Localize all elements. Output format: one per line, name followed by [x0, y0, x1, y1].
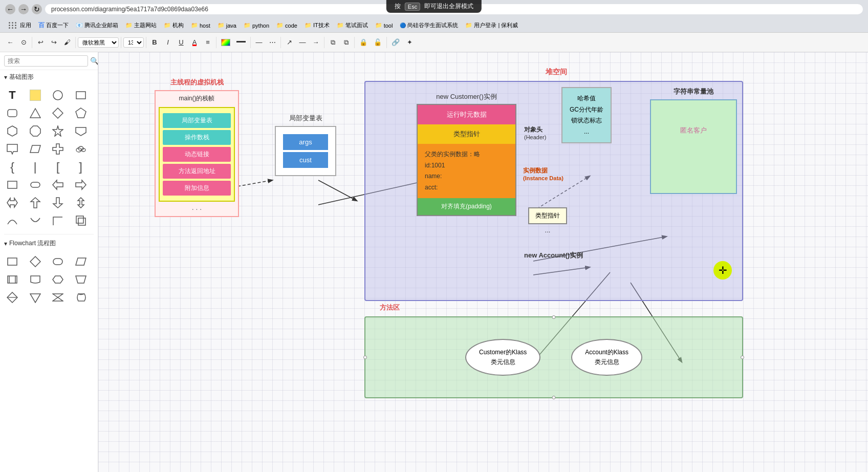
- stroke-color-button[interactable]: [234, 39, 248, 45]
- shape-arrow-up[interactable]: [27, 195, 44, 211]
- align-button[interactable]: ≡: [202, 37, 214, 48]
- fc-prep[interactable]: [50, 271, 66, 288]
- waypoint-button[interactable]: ↗: [283, 37, 295, 48]
- shape-arc2[interactable]: [27, 212, 44, 229]
- bookmark-it[interactable]: 📁 IT技术: [301, 20, 333, 30]
- shape-bracket-close[interactable]: [: [50, 159, 66, 175]
- refresh-button[interactable]: ↻: [32, 4, 42, 14]
- bookmark-tencent[interactable]: 📧 腾讯企业邮箱: [73, 20, 121, 30]
- shape-circle[interactable]: [50, 87, 66, 103]
- fc-data[interactable]: [73, 253, 89, 270]
- lock-button[interactable]: 🔒: [357, 37, 370, 48]
- stack-item-return[interactable]: 方法返回地址: [163, 164, 231, 179]
- shape-text[interactable]: T: [4, 87, 20, 103]
- fc-document[interactable]: [27, 271, 44, 288]
- shape-rounded-rect[interactable]: [4, 105, 20, 121]
- shape-diamond[interactable]: [50, 105, 66, 121]
- shape-arrow-updown[interactable]: [73, 195, 89, 211]
- link-button[interactable]: 🔗: [389, 37, 402, 48]
- fc-sort[interactable]: [4, 289, 20, 306]
- bookmark-org[interactable]: 📁 机构: [161, 20, 187, 30]
- bookmark-baidu[interactable]: 百 百度一下: [35, 20, 72, 31]
- bookmark-code[interactable]: 📁 code: [273, 21, 300, 30]
- copy-style-button[interactable]: ⧉: [327, 37, 339, 48]
- flowchart-section[interactable]: ▾ Flowchart 流程图: [0, 237, 98, 250]
- fc-terminal[interactable]: [50, 253, 66, 270]
- shape-triangle[interactable]: [27, 105, 44, 121]
- shape-arrow-both[interactable]: [4, 195, 20, 211]
- arrow-style-button[interactable]: —: [296, 37, 309, 48]
- shape-pentagon[interactable]: [73, 105, 89, 121]
- arrow-end-button[interactable]: →: [310, 37, 322, 48]
- fc-collate[interactable]: [50, 289, 66, 306]
- shape-cross[interactable]: [50, 141, 66, 157]
- shape-brace-open[interactable]: {: [4, 159, 20, 175]
- search-input[interactable]: [4, 55, 88, 67]
- line-style2-button[interactable]: ⋯: [266, 37, 278, 48]
- fc-merge[interactable]: [27, 289, 44, 306]
- fc-decision[interactable]: [27, 253, 44, 270]
- bookmark-python[interactable]: 📁 python: [241, 21, 272, 30]
- font-selector[interactable]: 微软雅黑: [78, 37, 119, 48]
- fc-manual[interactable]: [73, 271, 89, 288]
- move-cursor-icon[interactable]: ✛: [713, 261, 732, 280]
- shape-rect[interactable]: [73, 87, 89, 103]
- shape-brace-close[interactable]: ]: [73, 159, 89, 175]
- italic-button[interactable]: I: [162, 37, 174, 48]
- bookmark-sgg[interactable]: 🔵 尚硅谷学生面试系统: [397, 20, 461, 30]
- bookmark-theme[interactable]: 📁 主题网站: [122, 20, 160, 30]
- font-size-selector[interactable]: 13px: [123, 37, 144, 48]
- account-klass-ellipse[interactable]: Account的Klass 类元信息: [571, 339, 642, 376]
- magic-button[interactable]: ✦: [403, 37, 416, 48]
- handle-right[interactable]: [741, 356, 744, 359]
- stack-item-localvars[interactable]: 局部变量表: [163, 113, 231, 128]
- shape-corner[interactable]: [50, 212, 66, 229]
- canvas-area[interactable]: 主线程的虚拟机栈 main()的栈帧 局部变量表 操作数栈 动态链接 方法返回地…: [98, 52, 868, 472]
- shape-bracket-open[interactable]: |: [27, 159, 44, 175]
- bookmark-interview[interactable]: 📁 笔试面试: [334, 20, 371, 30]
- customer-klass-ellipse[interactable]: Customer的Klass 类元信息: [465, 339, 540, 376]
- bookmark-tool[interactable]: 📁 tool: [372, 21, 396, 30]
- unlock-button[interactable]: 🔓: [371, 37, 384, 48]
- shape-sticky[interactable]: [27, 87, 44, 103]
- stack-item-dynamic[interactable]: 动态链接: [163, 147, 231, 162]
- shape-callout[interactable]: [4, 141, 20, 157]
- handle-left[interactable]: [363, 356, 367, 359]
- shape-parallelogram[interactable]: [27, 141, 44, 157]
- shape-star[interactable]: [50, 123, 66, 139]
- back-tool-button[interactable]: ←: [4, 37, 16, 48]
- shape-stadium[interactable]: [27, 177, 44, 193]
- basic-shapes-section[interactable]: ▾ 基础图形: [0, 70, 98, 84]
- fill-color-button[interactable]: [219, 37, 233, 48]
- localvar-args[interactable]: args: [283, 134, 328, 150]
- fc-subroutine[interactable]: [4, 271, 20, 288]
- handle-bottom[interactable]: [552, 396, 556, 399]
- font-color-button[interactable]: A: [188, 37, 201, 48]
- shape-cloud[interactable]: [73, 141, 89, 157]
- forward-button[interactable]: →: [18, 4, 29, 14]
- shape-arrow-down[interactable]: [50, 195, 66, 211]
- undo-button[interactable]: ↩: [34, 37, 47, 48]
- stack-item-extra[interactable]: 附加信息: [163, 181, 231, 196]
- shape-arrow-left[interactable]: [50, 177, 66, 193]
- shape-arrow-right[interactable]: [73, 177, 89, 193]
- fc-stored-data[interactable]: [73, 289, 89, 306]
- bookmark-apps[interactable]: 应用: [4, 19, 34, 31]
- target-tool-button[interactable]: ⊙: [17, 37, 30, 48]
- back-button[interactable]: ←: [5, 4, 15, 14]
- shape-hexagon[interactable]: [4, 123, 20, 139]
- shape-rect2[interactable]: [4, 177, 20, 193]
- bookmark-login[interactable]: 📁 用户登录 | 保利威: [462, 20, 521, 30]
- shape-rect3[interactable]: [73, 212, 89, 229]
- shape-arc1[interactable]: [4, 212, 20, 229]
- handle-top[interactable]: [552, 315, 556, 319]
- localvar-cust[interactable]: cust: [283, 152, 328, 168]
- bookmark-host[interactable]: 📁 host: [188, 21, 213, 30]
- bookmark-java[interactable]: 📁 java: [214, 21, 240, 30]
- format-button[interactable]: 🖌: [61, 37, 73, 48]
- redo-button[interactable]: ↪: [48, 37, 60, 48]
- shape-octagon[interactable]: [27, 123, 44, 139]
- stack-item-operand[interactable]: 操作数栈: [163, 130, 231, 145]
- search-button[interactable]: 🔍: [88, 56, 98, 66]
- fc-process[interactable]: [4, 253, 20, 270]
